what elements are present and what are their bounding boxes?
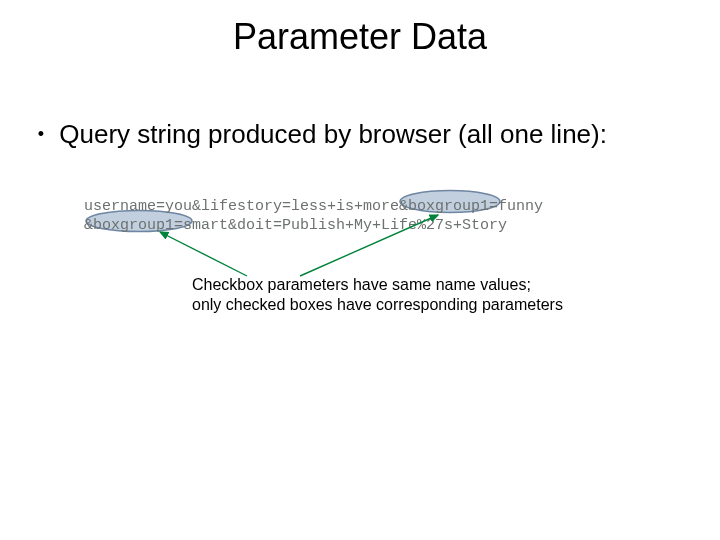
slide-title: Parameter Data <box>0 16 720 58</box>
caption-line-2: only checked boxes have corresponding pa… <box>192 296 563 313</box>
code-line-2: &boxgroup1=smart&doit=Publish+My+Life%27… <box>84 217 507 234</box>
annotation-arrows <box>0 0 720 540</box>
svg-line-2 <box>160 232 247 276</box>
query-string-code: username=you&lifestory=less+is+more&boxg… <box>84 198 664 236</box>
bullet-text: Query string produced by browser (all on… <box>59 118 679 151</box>
code-line-1: username=you&lifestory=less+is+more&boxg… <box>84 198 543 215</box>
bullet-marker: • <box>30 118 52 150</box>
bullet-item: • Query string produced by browser (all … <box>30 118 690 151</box>
caption-line-1: Checkbox parameters have same name value… <box>192 276 531 293</box>
annotation-caption: Checkbox parameters have same name value… <box>192 275 632 315</box>
slide: Parameter Data • Query string produced b… <box>0 0 720 540</box>
